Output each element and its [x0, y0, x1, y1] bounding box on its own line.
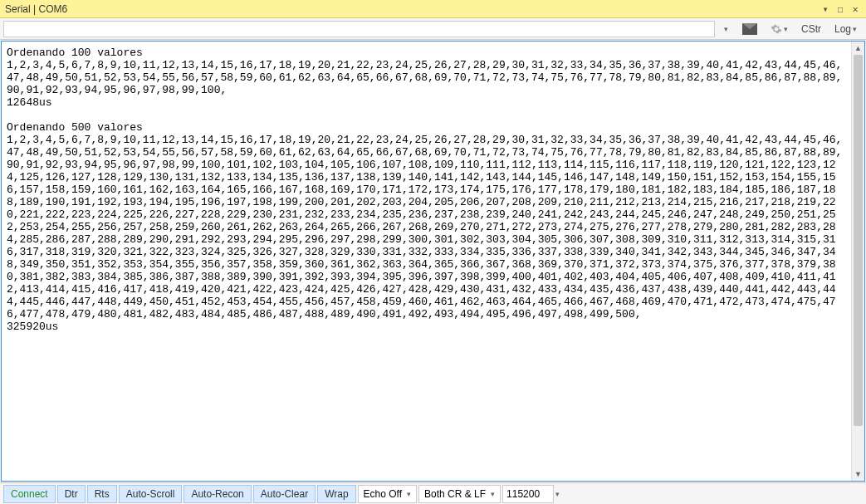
mail-icon	[742, 23, 757, 35]
chevron-down-icon: ▾	[489, 490, 495, 498]
autoscroll-button[interactable]: Auto-Scroll	[119, 485, 183, 503]
send-dropdown[interactable]: ▾	[717, 20, 735, 38]
scroll-down-icon[interactable]: ▼	[852, 467, 864, 481]
chevron-down-icon[interactable]: ▾	[554, 490, 560, 498]
autoclear-button[interactable]: Auto-Clear	[253, 485, 316, 503]
chevron-down-icon: ▾	[722, 25, 728, 33]
vertical-scrollbar[interactable]: ▲ ▼	[851, 42, 864, 481]
scroll-thumb[interactable]	[854, 55, 863, 426]
dtr-button[interactable]: Dtr	[57, 485, 86, 503]
toolbar: ▾ ▾ CStr Log▾	[0, 18, 866, 40]
window-title: Serial | COM6	[5, 3, 820, 15]
scroll-track[interactable]	[852, 55, 864, 467]
cstr-button[interactable]: CStr	[795, 20, 827, 38]
line-ending-label: Both CR & LF	[424, 488, 486, 500]
chevron-down-icon: ▾	[851, 25, 857, 33]
log-button[interactable]: Log▾	[829, 20, 863, 38]
settings-button[interactable]: ▾	[765, 20, 794, 38]
baud-input[interactable]	[502, 485, 554, 503]
send-input[interactable]	[3, 21, 715, 37]
statusbar: Connect Dtr Rts Auto-Scroll Auto-Recon A…	[0, 482, 866, 504]
rts-button[interactable]: Rts	[87, 485, 117, 503]
window-close-icon[interactable]: ✕	[849, 3, 861, 15]
chevron-down-icon: ▾	[782, 25, 788, 33]
echo-select[interactable]: Echo Off ▾	[358, 485, 417, 503]
serial-output[interactable]: Ordenando 100 valores 1,2,3,4,5,6,7,8,9,…	[2, 42, 851, 481]
line-ending-select[interactable]: Both CR & LF ▾	[418, 485, 501, 503]
send-button[interactable]	[736, 20, 763, 38]
scroll-up-icon[interactable]: ▲	[852, 42, 864, 55]
gear-icon	[771, 23, 782, 35]
window-controls: ▾ ☐ ✕	[820, 3, 861, 15]
content-area: Ordenando 100 valores 1,2,3,4,5,6,7,8,9,…	[1, 41, 865, 482]
window-maximize-icon[interactable]: ☐	[834, 3, 846, 15]
log-label: Log	[834, 23, 851, 35]
connect-button[interactable]: Connect	[3, 485, 56, 503]
autorecon-button[interactable]: Auto-Recon	[183, 485, 251, 503]
window-dropdown-icon[interactable]: ▾	[820, 3, 831, 15]
chevron-down-icon: ▾	[405, 490, 411, 498]
wrap-button[interactable]: Wrap	[317, 485, 355, 503]
echo-label: Echo Off	[364, 488, 402, 500]
titlebar: Serial | COM6 ▾ ☐ ✕	[0, 0, 866, 18]
